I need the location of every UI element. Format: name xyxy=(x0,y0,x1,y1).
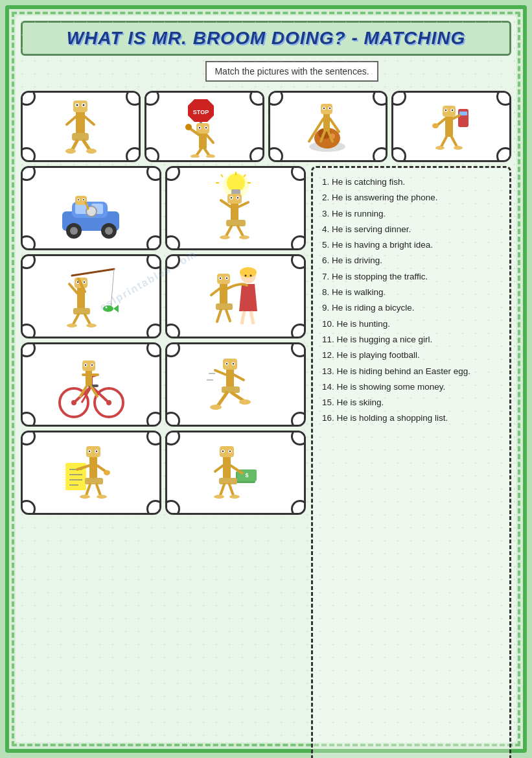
sentence-10: 10. He is hunting. xyxy=(322,316,500,332)
svg-rect-120 xyxy=(220,282,227,307)
picture-cell-running xyxy=(165,342,306,427)
circle-br xyxy=(291,500,306,515)
svg-point-20 xyxy=(199,126,200,128)
circle-tr xyxy=(146,166,161,181)
hugging-svg xyxy=(202,259,270,334)
svg-line-52 xyxy=(437,119,445,125)
title-banner: WHAT IS MR. BROOM DOING? - MATCHING xyxy=(21,21,511,56)
svg-point-145 xyxy=(84,364,86,365)
svg-point-38 xyxy=(329,107,330,108)
circle-bl xyxy=(21,147,36,162)
svg-point-87 xyxy=(230,196,231,198)
circle-br xyxy=(126,147,141,162)
circle-tl xyxy=(21,342,36,357)
circle-tl xyxy=(391,91,406,106)
idea-svg xyxy=(207,171,265,246)
svg-point-74 xyxy=(227,174,245,192)
circle-bl xyxy=(21,412,36,427)
circle-tl xyxy=(21,166,36,181)
svg-point-184 xyxy=(97,495,107,499)
svg-point-65 xyxy=(105,227,113,235)
svg-text:STOP: STOP xyxy=(193,109,209,115)
picture-cell-fishing xyxy=(21,254,161,338)
circle-tl xyxy=(165,166,180,181)
stop-broom-svg: STOP xyxy=(178,96,230,158)
svg-line-159 xyxy=(234,375,244,380)
svg-rect-172 xyxy=(85,478,103,484)
circle-bl xyxy=(165,412,180,427)
sentence-14: 14. He is showing some money. xyxy=(322,379,500,395)
svg-point-10 xyxy=(86,148,97,154)
svg-point-70 xyxy=(83,199,84,200)
svg-line-12 xyxy=(85,117,94,124)
svg-point-146 xyxy=(91,364,92,365)
circle-tr xyxy=(291,166,306,181)
circle-br xyxy=(373,147,387,162)
circle-tr xyxy=(249,91,264,106)
svg-point-119 xyxy=(250,274,252,276)
svg-rect-75 xyxy=(231,189,240,195)
circle-br xyxy=(291,235,306,250)
sentence-8: 8. He is walking. xyxy=(322,285,500,300)
svg-line-24 xyxy=(207,135,213,143)
svg-line-179 xyxy=(97,466,106,471)
top-pictures-row: ™ STOP xyxy=(21,91,511,162)
svg-line-116 xyxy=(242,311,244,324)
circle-br xyxy=(291,412,306,427)
svg-point-56 xyxy=(435,146,445,150)
sentence-12: 12. He is playing football. xyxy=(322,348,500,363)
circle-bl xyxy=(165,324,180,338)
svg-point-162 xyxy=(210,405,222,410)
svg-point-50 xyxy=(452,109,453,110)
svg-line-129 xyxy=(226,310,230,321)
svg-point-112 xyxy=(86,324,97,327)
circle-tl xyxy=(145,91,159,106)
walking-broom-svg xyxy=(58,97,103,156)
svg-rect-153 xyxy=(223,359,237,370)
circle-tr xyxy=(146,254,161,269)
svg-point-156 xyxy=(226,362,227,364)
circle-bl xyxy=(21,500,36,515)
svg-rect-82 xyxy=(231,200,238,223)
sentence-13: 13. He is hiding behind an Easter egg. xyxy=(322,364,500,379)
inner-content: WHAT IS MR. BROOM DOING? - MATCHING Matc… xyxy=(16,16,516,742)
svg-point-23 xyxy=(185,124,192,130)
svg-line-80 xyxy=(221,174,223,177)
svg-rect-101 xyxy=(73,308,90,314)
svg-line-55 xyxy=(452,137,457,147)
picture-cell-dinner: ™ xyxy=(268,91,388,162)
svg-point-125 xyxy=(220,277,221,278)
circle-tl xyxy=(268,91,283,106)
bicycle-svg xyxy=(56,348,127,422)
svg-point-49 xyxy=(445,109,446,110)
circle-bl xyxy=(268,147,283,162)
svg-point-105 xyxy=(76,281,78,282)
svg-line-197 xyxy=(220,484,224,495)
svg-point-21 xyxy=(205,126,207,128)
svg-line-92 xyxy=(238,226,243,236)
svg-line-160 xyxy=(218,393,227,406)
svg-point-69 xyxy=(78,199,79,200)
fishing-svg xyxy=(59,259,124,334)
svg-line-181 xyxy=(86,484,90,495)
svg-line-117 xyxy=(251,311,253,324)
circle-tl xyxy=(165,342,180,357)
circle-bl xyxy=(165,500,180,515)
circle-bl xyxy=(21,235,36,250)
sentence-15: 15. He is skiing. xyxy=(322,395,500,410)
page-border: WHAT IS MR. BROOM DOING? - MATCHING Matc… xyxy=(5,5,527,753)
picture-cell-hugging xyxy=(165,254,306,338)
picture-cell-list xyxy=(21,431,161,515)
circle-tr xyxy=(146,431,161,445)
svg-line-158 xyxy=(215,370,226,375)
circle-tr xyxy=(126,91,141,106)
svg-rect-2 xyxy=(73,101,87,112)
circle-tl xyxy=(21,254,36,269)
svg-point-88 xyxy=(237,196,238,198)
svg-marker-98 xyxy=(113,305,119,313)
svg-point-37 xyxy=(323,107,325,108)
svg-rect-189 xyxy=(219,478,237,484)
circle-tr xyxy=(291,431,306,445)
page-title: WHAT IS MR. BROOM DOING? - MATCHING xyxy=(30,28,502,49)
picture-grid: $ xyxy=(21,166,306,515)
